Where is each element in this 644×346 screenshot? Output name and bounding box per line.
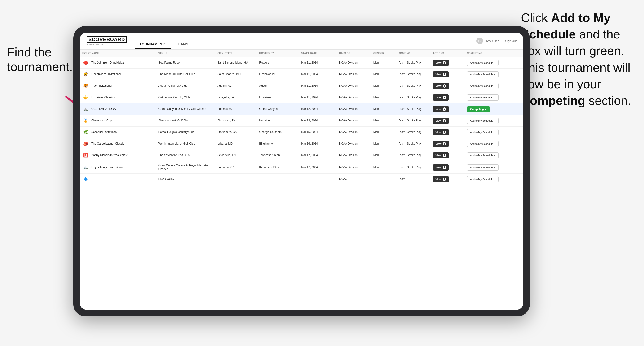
cell-event-name: 🎒The Carpetbagger Classic	[80, 138, 156, 150]
view-button[interactable]: View i	[432, 152, 449, 159]
cell-actions: View i	[430, 115, 464, 127]
cell-city: Urbana, MD	[215, 138, 257, 150]
add-to-schedule-button[interactable]: Add to My Schedule +	[467, 164, 498, 171]
col-header-scoring: SCORING	[396, 50, 430, 57]
add-to-schedule-button[interactable]: Add to My Schedule +	[467, 176, 498, 182]
divider: |	[502, 39, 502, 43]
info-icon: i	[443, 107, 446, 111]
info-icon: i	[443, 154, 446, 157]
cell-date: Mar 16, 2024	[299, 138, 337, 150]
competing-button[interactable]: Competing ✓	[467, 106, 490, 112]
event-name-text: Linger Longer Invitational	[91, 166, 123, 169]
cell-competing: Add to My Schedule +	[464, 127, 523, 138]
info-icon: i	[443, 119, 446, 122]
team-logo: 🅱️	[82, 152, 89, 159]
table-row: 🐯Tiger InvitationalAuburn University Clu…	[80, 80, 523, 92]
info-icon: i	[443, 166, 446, 169]
table-container: EVENT NAME VENUE CITY, STATE HOSTED BY S…	[80, 50, 523, 310]
info-icon: i	[443, 84, 446, 88]
cell-event-name: 🏅Champions Cup	[80, 115, 156, 127]
cell-actions: View i	[430, 57, 464, 69]
info-icon: i	[443, 61, 446, 64]
add-to-schedule-button[interactable]: Add to My Schedule +	[467, 94, 498, 101]
cell-scoring: Team, Stroke Play	[396, 115, 430, 127]
cell-scoring: Team, Stroke Play	[396, 138, 430, 150]
team-logo: 🦁	[82, 71, 89, 78]
view-button[interactable]: View i	[432, 94, 449, 101]
cell-gender	[371, 173, 396, 185]
sign-out-link[interactable]: Sign out	[505, 39, 516, 43]
event-name-text: Lindenwood Invitational	[91, 72, 121, 76]
cell-division: NCAA Division I	[337, 127, 371, 138]
col-header-hosted: HOSTED BY	[257, 50, 299, 57]
cell-division: NCAA Division I	[337, 138, 371, 150]
cell-hosted: Auburn	[257, 80, 299, 92]
view-button[interactable]: View i	[432, 164, 449, 171]
view-button[interactable]: View i	[432, 71, 449, 77]
col-header-city: CITY, STATE	[215, 50, 257, 57]
cell-venue: Worthington Manor Golf Club	[156, 138, 215, 150]
cell-gender: Men	[371, 103, 396, 115]
cell-actions: View i	[430, 138, 464, 150]
add-to-schedule-button[interactable]: Add to My Schedule +	[467, 141, 498, 147]
team-logo: 🔷	[82, 176, 89, 182]
cell-actions: View i	[430, 150, 464, 161]
cell-date: Mar 11, 2024	[299, 57, 337, 69]
cell-city: Saint Charles, MO	[215, 69, 257, 80]
team-logo: 🔴	[82, 59, 89, 66]
team-logo: ⚜️	[82, 94, 89, 101]
cell-hosted: Grand Canyon	[257, 103, 299, 115]
cell-gender: Men	[371, 92, 396, 103]
cell-city	[215, 173, 257, 185]
event-name-text: Tiger Invitational	[91, 84, 112, 88]
table-row: 🎒The Carpetbagger ClassicWorthington Man…	[80, 138, 523, 150]
view-button[interactable]: View i	[432, 176, 449, 182]
event-name-text: The Carpetbagger Classic	[91, 142, 124, 146]
cell-venue: Oakbourne Country Club	[156, 92, 215, 103]
view-button[interactable]: View i	[432, 106, 449, 112]
cell-scoring: Team, Stroke Play	[396, 150, 430, 161]
cell-competing: Add to My Schedule +	[464, 161, 523, 173]
cell-event-name: 🌿Schenkel Invitational	[80, 127, 156, 138]
view-button[interactable]: View i	[432, 83, 449, 89]
cell-date: Mar 11, 2024	[299, 80, 337, 92]
add-to-schedule-button[interactable]: Add to My Schedule +	[467, 129, 498, 135]
table-row: 🔷Brook ValleyNCAATeam,View iAdd to My Sc…	[80, 173, 523, 185]
cell-event-name: 🦁Lindenwood Invitational	[80, 69, 156, 80]
table-row: 🅱️Bobby Nichols IntercollegiateThe Sevie…	[80, 150, 523, 161]
add-to-schedule-button[interactable]: Add to My Schedule +	[467, 71, 498, 77]
tab-tournaments[interactable]: TOURNAMENTS	[135, 40, 171, 49]
view-button[interactable]: View i	[432, 60, 449, 66]
view-button[interactable]: View i	[432, 141, 449, 147]
cell-scoring: Team, Stroke Play	[396, 103, 430, 115]
view-button[interactable]: View i	[432, 118, 449, 124]
app-header: SCOREBOARD Powered by clippd TOURNAMENTS…	[80, 33, 523, 50]
cell-date: Mar 11, 2024	[299, 69, 337, 80]
cell-competing: Add to My Schedule +	[464, 115, 523, 127]
info-icon: i	[443, 142, 446, 146]
event-name-text: GCU INVITATIONAL	[91, 107, 117, 111]
view-button[interactable]: View i	[432, 129, 449, 135]
cell-event-name: 🔷	[80, 173, 156, 185]
event-name-text: Schenkel Invitational	[91, 130, 117, 134]
add-to-schedule-button[interactable]: Add to My Schedule +	[467, 60, 498, 66]
cell-city: Auburn, AL	[215, 80, 257, 92]
add-to-schedule-button[interactable]: Add to My Schedule +	[467, 152, 498, 159]
add-to-schedule-button[interactable]: Add to My Schedule +	[467, 118, 498, 124]
tab-teams[interactable]: TEAMS	[172, 40, 193, 49]
cell-gender: Men	[371, 69, 396, 80]
cell-date	[299, 173, 337, 185]
cell-venue: Grand Canyon University Golf Course	[156, 103, 215, 115]
cell-hosted: Georgia Southern	[257, 127, 299, 138]
add-to-schedule-button[interactable]: Add to My Schedule +	[467, 83, 498, 89]
cell-scoring: Team, Stroke Play	[396, 127, 430, 138]
cell-scoring: Team, Stroke Play	[396, 57, 430, 69]
annotation-right: Click Add to My Schedule and the box wil…	[521, 9, 634, 109]
cell-actions: View i	[430, 80, 464, 92]
table-row: ⚜️Louisiana ClassicsOakbourne Country Cl…	[80, 92, 523, 103]
cell-venue: Brook Valley	[156, 173, 215, 185]
cell-city: Sevierville, TN	[215, 150, 257, 161]
cell-scoring: Team, Stroke Play	[396, 92, 430, 103]
cell-competing: Add to My Schedule +	[464, 80, 523, 92]
cell-city: Phoenix, AZ	[215, 103, 257, 115]
